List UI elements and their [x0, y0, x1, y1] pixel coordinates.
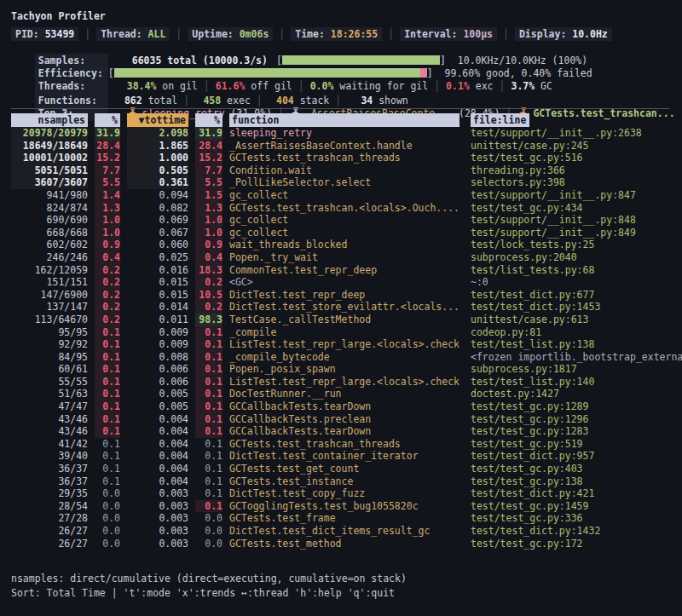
cell-pct-cumulative: 0.1 [195, 425, 223, 438]
cell-function: DictTest.test_store_evilattr.<locals... [229, 301, 459, 314]
cell-pct-cumulative: 0.1 [195, 351, 223, 364]
table-row[interactable]: 36/370.10.0040.1GCTests.test_instancetes… [0, 475, 682, 488]
efficiency-row: Efficiency:[]99.60% good, 0.40% failed [11, 54, 675, 66]
table-row[interactable]: 246/2460.40.0250.4Popen._try_waitsubproc… [0, 251, 682, 264]
cell-nsamples: 84/95 [11, 351, 88, 364]
cell-pct-direct: 0.0 [95, 525, 120, 538]
column-header-pct-direct[interactable]: % [95, 113, 120, 127]
cell-nsamples: 10001/10002 [11, 152, 88, 164]
table-row[interactable]: 602/6020.90.0600.9wait_threads_blockedte… [0, 239, 682, 251]
table-row[interactable]: 137/1470.20.0140.2DictTest.test_store_ev… [0, 301, 682, 314]
cell-pct-cumulative: 98.3 [195, 314, 223, 326]
cell-pct-cumulative: 5.5 [195, 176, 223, 189]
table-row[interactable]: 60/610.10.0060.1Popen._posix_spawnsubpro… [0, 363, 682, 376]
table-header: nsamples % ▼tottime % function file:line [0, 113, 682, 126]
table-row[interactable]: 147/69000.20.01510.5DictTest.test_repr_d… [0, 289, 682, 302]
column-header-nsamples[interactable]: nsamples [11, 113, 88, 127]
table-row[interactable]: 84/950.10.0080.1_compile_bytecode<frozen… [0, 351, 682, 364]
field-value: 100µs [463, 28, 493, 40]
cell-pct-direct: 1.3 [95, 202, 120, 215]
cell-nsamples: 51/63 [11, 388, 88, 400]
cell-function: gc_collect [229, 227, 459, 239]
functions-row: Functions:862 total│458 exec│404 stack│3… [11, 81, 675, 94]
cell-file-line: test/list_tests.py:68 [466, 264, 682, 277]
table-row[interactable]: 162/120590.20.01618.3CommonTest.test_rep… [0, 264, 682, 277]
cell-pct-direct: 1.0 [95, 227, 120, 239]
table-row[interactable]: 26/270.00.0030.0GCTests.test_methodtest/… [0, 538, 682, 550]
table-row[interactable]: 10001/1000215.21.00015.2GCTests.test_tra… [0, 152, 682, 164]
cell-pct-direct: 0.1 [95, 351, 120, 364]
cell-tottime: 0.025 [127, 251, 188, 264]
cell-tottime: 0.015 [127, 289, 188, 302]
field-value: 53499 [45, 28, 75, 40]
table-row[interactable]: 27/280.00.0030.0GCTests.test_frametest/t… [0, 512, 682, 525]
cell-tottime: 0.069 [127, 214, 188, 227]
table-row[interactable]: 824/8741.30.0821.3GCTests.test_trashcan.… [0, 202, 682, 215]
cell-pct-direct: 28.4 [95, 140, 120, 153]
table-row[interactable]: 690/6901.00.0691.0gc_collecttest/support… [0, 214, 682, 227]
cell-pct-cumulative: 15.2 [195, 152, 223, 164]
table-row[interactable]: 18649/1864928.41.86528.4_AssertRaisesBas… [0, 140, 682, 153]
table-row[interactable]: 92/920.10.0090.1ListTest.test_repr_large… [0, 338, 682, 351]
cell-file-line: test/support/__init__.py:848 [466, 214, 682, 227]
table-row[interactable]: 95/950.10.0090.1_compilecodeop.py:81 [0, 326, 682, 339]
table-row[interactable]: 151/1510.20.0150.2<GC>~:0 [0, 276, 682, 289]
threads-row: Threads:38.4% on gil│61.6% off gil│0.0% … [11, 66, 675, 79]
cell-pct-cumulative: 0.1 [195, 400, 223, 413]
table-row[interactable]: 668/6681.00.0671.0gc_collecttest/support… [0, 227, 682, 239]
field-interval: Interval: 100µs [400, 27, 497, 41]
table-row[interactable]: 55/550.10.0060.1ListTest.test_repr_large… [0, 376, 682, 389]
cell-file-line: test/test_gc.py:172 [466, 538, 682, 550]
cell-nsamples: 26/27 [11, 538, 88, 550]
table-row[interactable]: 39/400.10.0040.1DictTest.test_container_… [0, 450, 682, 463]
table-row[interactable]: 47/470.10.0050.1GCCallbackTests.tearDown… [0, 400, 682, 413]
table-row[interactable]: 28/540.00.0030.1GCTogglingTests.test_bug… [0, 500, 682, 513]
cell-nsamples: 151/151 [11, 276, 88, 289]
table-row[interactable]: 3607/36075.50.3615.5_PollLikeSelector.se… [0, 176, 682, 189]
cell-function: DictTest.test_repr_deep [229, 289, 459, 302]
cell-tottime: 0.003 [127, 525, 188, 538]
cell-pct-direct: 0.9 [95, 239, 120, 251]
column-header-pct-cumulative[interactable]: % [195, 113, 223, 127]
cell-function: Condition.wait [229, 164, 459, 177]
cell-function: DictTest.test_copy_fuzz [229, 487, 459, 500]
cell-nsamples: 55/55 [11, 376, 88, 389]
cell-nsamples: 162/12059 [11, 264, 88, 277]
table-row[interactable]: 20978/2097931.92.09831.9sleeping_retryte… [0, 127, 682, 140]
cell-file-line: test/test_list.py:138 [466, 338, 682, 351]
cell-tottime: 0.004 [127, 413, 188, 426]
column-header-tottime-sorted[interactable]: ▼tottime [127, 113, 188, 127]
cell-nsamples: 29/35 [11, 487, 88, 500]
cell-pct-cumulative: 0.1 [195, 487, 223, 500]
table-row[interactable]: 41/420.10.0040.1GCTests.test_trashcan_th… [0, 438, 682, 451]
table-row[interactable]: 36/370.10.0040.1GCTests.test_get_countte… [0, 463, 682, 475]
cell-nsamples: 41/42 [11, 438, 88, 451]
column-header-file-line[interactable]: file:line [466, 113, 682, 127]
cell-nsamples: 39/40 [11, 450, 88, 463]
table-rows: 20978/2097931.92.09831.9sleeping_retryte… [0, 127, 682, 550]
cell-function: GCTests.test_instance [229, 475, 459, 488]
table-row[interactable]: 43/460.10.0040.1GCCallbackTests.preclean… [0, 413, 682, 426]
cell-tottime: 1.000 [127, 152, 188, 164]
cell-function: <GC> [229, 276, 459, 289]
cell-function: GCTests.test_trashcan_threads [229, 438, 459, 451]
table-row[interactable]: 29/350.00.0030.1DictTest.test_copy_fuzzt… [0, 487, 682, 500]
table-row[interactable]: 43/460.10.0040.1GCCallbackTests.tearDown… [0, 425, 682, 438]
cell-nsamples: 824/874 [11, 202, 88, 215]
table-row[interactable]: 941/9801.40.0941.5gc_collecttest/support… [0, 189, 682, 202]
table-row[interactable]: 26/270.00.0030.0DictTest.test_dict_items… [0, 525, 682, 538]
cell-tottime: 2.098 [127, 127, 188, 140]
cell-nsamples: 246/246 [11, 251, 88, 264]
cell-function: DictTest.test_container_iterator [229, 450, 459, 463]
cell-pct-cumulative: 0.1 [195, 413, 223, 426]
cell-pct-direct: 0.1 [95, 388, 120, 400]
cell-function: ListTest.test_repr_large.<locals>.check [229, 376, 459, 389]
cell-function: Popen._posix_spawn [229, 363, 459, 376]
cell-nsamples: 60/61 [11, 363, 88, 376]
table-row[interactable]: 51/630.10.0050.1DocTestRunner.__rundocte… [0, 388, 682, 400]
column-header-function[interactable]: function [229, 113, 459, 127]
cell-pct-cumulative: 0.1 [195, 363, 223, 376]
table-row[interactable]: 5051/50517.70.5057.7Condition.waitthread… [0, 164, 682, 177]
cell-pct-direct: 0.4 [95, 251, 120, 264]
table-row[interactable]: 113/646700.20.01198.3TestCase._callTestM… [0, 314, 682, 326]
